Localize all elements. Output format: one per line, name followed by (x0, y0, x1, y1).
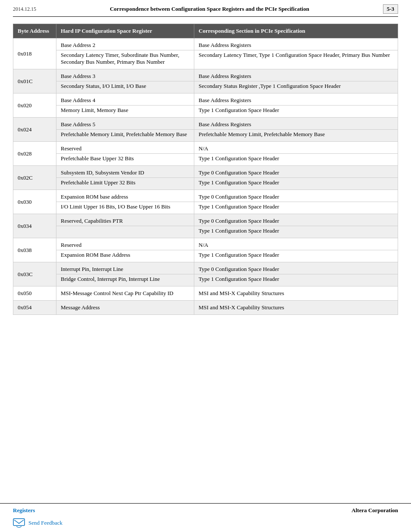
address-cell: 0x034 (13, 214, 56, 238)
col-byte-address: Byte Address (13, 24, 56, 38)
table-row: I/O Limit Upper 16 Bits, I/O Base Upper … (13, 202, 398, 214)
address-cell: 0x02C (13, 166, 56, 190)
section-cell: Secondary Status Register ,Type 1 Config… (194, 81, 398, 93)
table-row: Memory Limit, Memory BaseType 1 Configur… (13, 106, 398, 118)
register-cell: Interrupt Pin, Interrupt Line (56, 262, 194, 274)
section-cell: Secondary Latency Timer, Type 1 Configur… (194, 50, 398, 69)
section-cell: Type 1 Configuration Space Header (194, 178, 398, 190)
table-row: 0x030Expansion ROM base addressType 0 Co… (13, 190, 398, 202)
register-cell: Base Address 3 (56, 69, 194, 81)
send-feedback-link[interactable]: Send Feedback (28, 520, 62, 526)
table-row: Secondary Status, I/O Limit, I/O BaseSec… (13, 81, 398, 93)
section-cell: Base Address Registers (194, 118, 398, 130)
section-cell: Base Address Registers (194, 69, 398, 81)
table-row: Expansion ROM Base AddressType 1 Configu… (13, 250, 398, 262)
main-content: Byte Address Hard IP Configuration Space… (0, 17, 411, 503)
register-cell: I/O Limit Upper 16 Bits, I/O Base Upper … (56, 202, 194, 214)
table-header: Byte Address Hard IP Configuration Space… (13, 24, 398, 38)
section-cell: Base Address Registers (194, 38, 398, 50)
table-row: 0x024Base Address 5Base Address Register… (13, 118, 398, 130)
register-cell: Memory Limit, Memory Base (56, 106, 194, 118)
table-row: 0x020Base Address 4Base Address Register… (13, 93, 398, 106)
section-cell: Type 0 Configuration Space Header (194, 166, 398, 178)
section-cell: Type 1 Configuration Space Header (194, 202, 398, 214)
register-cell: Base Address 5 (56, 118, 194, 130)
header-title: Correspondence between Configuration Spa… (36, 6, 383, 12)
register-cell: Base Address 2 (56, 38, 194, 50)
register-cell: Secondary Latency Timer, Subordinate Bus… (56, 50, 194, 69)
col-section: Corresponding Section in PCIe Specificat… (194, 24, 398, 38)
section-cell: Type 1 Configuration Space Header (194, 106, 398, 118)
section-cell: Type 0 Configuration Space Header (194, 262, 398, 274)
page-header: 2014.12.15 Correspondence between Config… (0, 0, 411, 16)
table-row: 0x02CSubsystem ID, Subsystem Vendor IDTy… (13, 166, 398, 178)
table-row: Prefetchable Memory Limit, Prefetchable … (13, 130, 398, 142)
register-cell: Prefetchable Memory Limit, Prefetchable … (56, 130, 194, 142)
table-body: 0x018Base Address 2Base Address Register… (13, 38, 398, 315)
page-footer: Registers Altera Corporation (0, 503, 411, 516)
table-row: Type 1 Configuration Space Header (13, 226, 398, 238)
feedback-icon (13, 518, 25, 528)
register-cell: Message Address (56, 301, 194, 315)
address-cell: 0x03C (13, 262, 56, 286)
table-row: 0x050MSI-Message Control Next Cap Ptr Ca… (13, 286, 398, 301)
address-cell: 0x01C (13, 69, 56, 93)
table-row: 0x01CBase Address 3Base Address Register… (13, 69, 398, 81)
table-row: Prefetchable Limit Upper 32 BitsType 1 C… (13, 178, 398, 190)
section-cell: MSI and MSI-X Capability Structures (194, 301, 398, 315)
register-cell: Expansion ROM Base Address (56, 250, 194, 262)
address-cell: 0x038 (13, 238, 56, 262)
address-cell: 0x024 (13, 118, 56, 142)
table-row: 0x038ReservedN/A (13, 238, 398, 250)
section-cell: N/A (194, 238, 398, 250)
register-cell (56, 226, 194, 238)
table-row: Prefetchable Base Upper 32 BitsType 1 Co… (13, 154, 398, 166)
section-cell: Type 1 Configuration Space Header (194, 274, 398, 286)
section-cell: N/A (194, 142, 398, 154)
register-cell: Expansion ROM base address (56, 190, 194, 202)
register-cell: Reserved (56, 238, 194, 250)
section-cell: Type 1 Configuration Space Header (194, 226, 398, 238)
register-cell: Prefetchable Limit Upper 32 Bits (56, 178, 194, 190)
data-table: Byte Address Hard IP Configuration Space… (13, 24, 398, 315)
table-row: 0x034Reserved, Capabilities PTRType 0 Co… (13, 214, 398, 226)
footer-company-label: Altera Corporation (352, 507, 398, 514)
footer-registers-label: Registers (13, 507, 35, 514)
address-cell: 0x018 (13, 38, 56, 69)
register-cell: MSI-Message Control Next Cap Ptr Capabil… (56, 286, 194, 301)
address-cell: 0x020 (13, 93, 56, 118)
address-cell: 0x030 (13, 190, 56, 214)
table-row: Secondary Latency Timer, Subordinate Bus… (13, 50, 398, 69)
section-cell: Type 0 Configuration Space Header (194, 190, 398, 202)
svg-rect-0 (13, 519, 25, 526)
table-row: Bridge Control, Interrupt Pin, Interrupt… (13, 274, 398, 286)
section-cell: Type 1 Configuration Space Header (194, 154, 398, 166)
register-cell: Bridge Control, Interrupt Pin, Interrupt… (56, 274, 194, 286)
header-page: 5-3 (383, 4, 398, 14)
section-cell: Type 1 Configuration Space Header (194, 250, 398, 262)
address-cell: 0x054 (13, 301, 56, 315)
register-cell: Subsystem ID, Subsystem Vendor ID (56, 166, 194, 178)
table-row: 0x028ReservedN/A (13, 142, 398, 154)
table-row: 0x03CInterrupt Pin, Interrupt LineType 0… (13, 262, 398, 274)
table-row: 0x054Message AddressMSI and MSI-X Capabi… (13, 301, 398, 315)
header-date: 2014.12.15 (13, 6, 36, 12)
section-cell: Base Address Registers (194, 93, 398, 106)
section-cell: Prefetchable Memory Limit, Prefetchable … (194, 130, 398, 142)
register-cell: Base Address 4 (56, 93, 194, 106)
section-cell: MSI and MSI-X Capability Structures (194, 286, 398, 301)
register-cell: Reserved (56, 142, 194, 154)
address-cell: 0x028 (13, 142, 56, 166)
register-cell: Reserved, Capabilities PTR (56, 214, 194, 226)
register-cell: Secondary Status, I/O Limit, I/O Base (56, 81, 194, 93)
feedback-section: Send Feedback (0, 516, 411, 532)
table-row: 0x018Base Address 2Base Address Register… (13, 38, 398, 50)
section-cell: Type 0 Configuration Space Header (194, 214, 398, 226)
page: 2014.12.15 Correspondence between Config… (0, 0, 411, 532)
address-cell: 0x050 (13, 286, 56, 301)
register-cell: Prefetchable Base Upper 32 Bits (56, 154, 194, 166)
col-register: Hard IP Configuration Space Register (56, 24, 194, 38)
